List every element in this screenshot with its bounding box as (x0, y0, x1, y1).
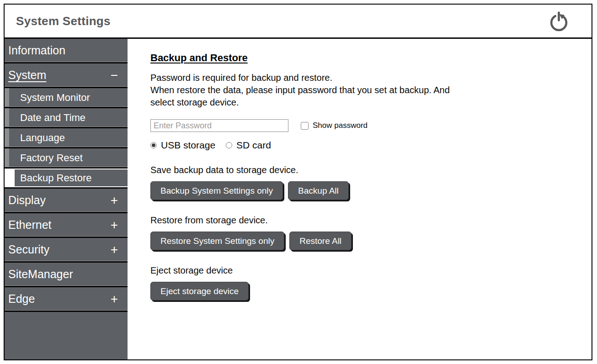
sidebar-item-label: Ethernet (8, 218, 52, 232)
restore-buttons-row: Restore System Settings only Restore All (150, 232, 573, 250)
backup-system-settings-only-button[interactable]: Backup System Settings only (150, 181, 283, 200)
radio-unselected-icon (226, 142, 232, 148)
backup-restore-panel: Backup and Restore Password is required … (128, 39, 592, 359)
radio-label: USB storage (161, 140, 215, 151)
expand-icon[interactable]: + (111, 293, 118, 306)
sidebar-item-language[interactable]: Language (5, 128, 128, 148)
restore-all-button[interactable]: Restore All (289, 232, 352, 250)
sidebar: Information System − System Monitor Date… (5, 39, 128, 359)
password-row: Show password (150, 119, 573, 132)
description-line: Password is required for backup and rest… (150, 72, 573, 84)
eject-section-text: Eject storage device (150, 265, 573, 276)
sidebar-item-label: Factory Reset (20, 152, 83, 164)
sidebar-item-system-monitor[interactable]: System Monitor (5, 88, 128, 108)
sidebar-filler (5, 312, 128, 359)
sidebar-item-label: Display (8, 194, 46, 207)
usb-storage-radio[interactable]: USB storage (150, 140, 215, 151)
sidebar-item-label: Edge (8, 292, 35, 306)
sd-card-radio[interactable]: SD card (226, 140, 271, 151)
description-text: Password is required for backup and rest… (150, 72, 573, 109)
sidebar-item-information[interactable]: Information (5, 39, 128, 63)
sidebar-item-label: Language (20, 132, 65, 144)
backup-all-button[interactable]: Backup All (288, 181, 349, 200)
sidebar-item-system[interactable]: System − (5, 63, 128, 88)
sidebar-item-edge[interactable]: Edge + (5, 287, 128, 312)
power-button[interactable] (548, 11, 570, 32)
show-password-checkbox[interactable] (301, 122, 309, 130)
restore-system-settings-only-button[interactable]: Restore System Settings only (150, 232, 284, 250)
sidebar-item-ethernet[interactable]: Ethernet + (5, 213, 128, 238)
section-heading: Backup and Restore (150, 52, 573, 64)
sidebar-item-backup-restore[interactable]: Backup Restore (5, 169, 128, 189)
sidebar-item-label: Date and Time (20, 112, 85, 124)
radio-selected-icon (150, 142, 157, 148)
sidebar-item-label: System Monitor (20, 92, 90, 104)
system-settings-window: System Settings Information System − (4, 4, 592, 360)
expand-icon[interactable]: + (111, 219, 118, 232)
sidebar-item-label: System (8, 69, 46, 82)
page-body: Information System − System Monitor Date… (5, 39, 592, 359)
sidebar-item-label: SiteManager (8, 268, 73, 281)
backup-buttons-row: Backup System Settings only Backup All (150, 181, 573, 200)
description-line: When restore the data, please input pass… (150, 84, 573, 96)
header: System Settings (5, 5, 592, 39)
password-input[interactable] (150, 119, 288, 132)
expand-icon[interactable]: + (111, 243, 118, 256)
sidebar-item-display[interactable]: Display + (5, 189, 128, 213)
backup-section-text: Save backup data to storage device. (150, 165, 573, 175)
expand-icon[interactable]: + (111, 194, 118, 207)
radio-label: SD card (236, 140, 271, 151)
sidebar-item-security[interactable]: Security + (5, 238, 128, 263)
power-restart-icon (548, 26, 570, 33)
eject-buttons-row: Eject storage device (150, 282, 573, 301)
sidebar-item-label: Backup Restore (20, 172, 92, 184)
sidebar-item-sitemanager[interactable]: SiteManager (5, 263, 128, 287)
description-line: select storage device. (150, 96, 573, 109)
restore-section-text: Restore from storage device. (150, 215, 573, 226)
sidebar-item-label: Security (8, 243, 49, 256)
sidebar-item-factory-reset[interactable]: Factory Reset (5, 148, 128, 169)
sidebar-item-label: Information (8, 44, 65, 57)
page-title: System Settings (16, 14, 111, 28)
collapse-icon[interactable]: − (111, 69, 118, 82)
sidebar-item-date-and-time[interactable]: Date and Time (5, 108, 128, 128)
eject-storage-device-button[interactable]: Eject storage device (150, 282, 249, 301)
storage-device-options: USB storage SD card (150, 140, 573, 151)
show-password-label: Show password (313, 121, 368, 130)
